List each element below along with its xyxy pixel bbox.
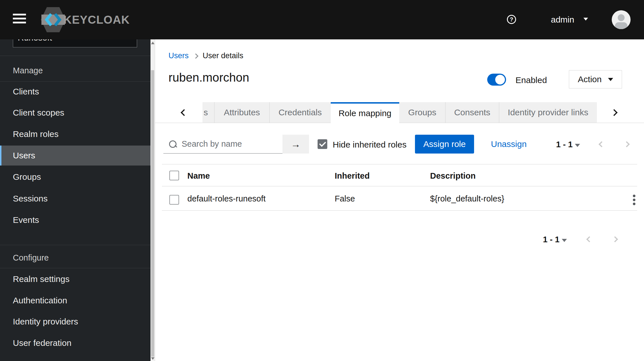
column-header-name: Name [187,171,210,181]
cell-inherited: False [335,194,355,203]
tabs: s Attributes Credentials Role mapping Gr… [202,102,597,123]
cell-description: ${role_default-roles} [430,194,504,203]
tab-consents[interactable]: Consents [445,102,499,123]
pagination-range-top[interactable]: 1 - 1 [556,140,573,149]
chevron-left-icon [180,109,187,116]
enabled-toggle[interactable] [487,74,506,86]
scrollbar-thumb[interactable] [151,70,154,357]
breadcrumb-chevron-icon [193,53,198,59]
scrollbar-down-arrow-icon[interactable] [151,357,155,360]
search-box [163,135,282,154]
enabled-label: Enabled [515,75,547,85]
tabs-scroll-left-button[interactable] [155,102,202,123]
row-kebab-menu-icon[interactable] [628,193,640,207]
sidebar-item-realm-settings[interactable]: Realm settings [0,269,151,289]
hide-inherited-label: Hide inherited roles [333,140,406,150]
action-caret-icon [608,78,613,81]
keycloak-logo: KEYCLOAK [41,7,130,33]
sidebar-item-sessions[interactable]: Sessions [0,189,151,209]
tab-groups[interactable]: Groups [399,102,445,123]
select-all-checkbox[interactable] [169,171,179,180]
sidebar-nav: Runesoft Manage Clients Client scopes Re… [0,39,151,361]
pagination-range-bottom[interactable]: 1 - 1 [543,235,559,244]
main-content: Users User details ruben.morchon Enabled… [155,39,644,361]
avatar[interactable] [612,10,631,29]
sidebar-item-events[interactable]: Events [0,210,151,230]
realm-selector[interactable]: Runesoft [13,39,137,47]
tab-role-mapping[interactable]: Role mapping [331,102,399,123]
keycloak-admin-console: KEYCLOAK ? admin Runesoft Manage Clients… [0,0,644,361]
sidebar-item-client-scopes[interactable]: Client scopes [0,103,151,123]
tab-details-partial[interactable]: s [202,102,214,123]
action-dropdown-button[interactable]: Action [569,70,622,88]
chevron-right-icon [611,109,617,116]
nav-separator [0,268,151,268]
sidebar-scrollbar[interactable] [151,39,155,361]
search-submit-button[interactable]: → [282,135,309,154]
search-icon [169,140,176,148]
sidebar-item-realm-roles[interactable]: Realm roles [0,124,151,144]
realm-name: Runesoft [18,39,52,42]
nav-separator [0,245,151,245]
pagination-prev-bottom[interactable] [586,236,592,242]
row-checkbox[interactable] [169,195,179,205]
hide-inherited-checkbox[interactable] [318,139,327,149]
assign-role-button[interactable]: Assign role [415,135,474,154]
tab-strip: s Attributes Credentials Role mapping Gr… [155,102,644,123]
breadcrumb-users-link[interactable]: Users [168,51,189,60]
tab-attributes[interactable]: Attributes [214,102,269,123]
table-top-border [162,164,637,164]
pagination-caret-icon[interactable] [575,144,580,147]
table-header-border [162,186,637,186]
sidebar-item-users[interactable]: Users [0,146,151,166]
user-menu-label[interactable]: admin [551,15,574,25]
breadcrumb-current: User details [203,51,244,60]
unassign-button[interactable]: Unassign [491,139,527,149]
help-icon[interactable]: ? [507,15,516,24]
pagination-caret-icon[interactable] [562,239,567,242]
nav-section-title-configure: Configure [13,253,49,262]
sidebar-item-authentication[interactable]: Authentication [0,291,151,310]
column-header-inherited: Inherited [335,171,370,181]
page-title: ruben.morchon [168,71,249,84]
tabs-scroll-right-button[interactable] [597,102,631,123]
masthead: KEYCLOAK ? admin [0,0,644,39]
sidebar-item-clients[interactable]: Clients [0,82,151,102]
toggle-knob [495,75,505,84]
avatar-person-icon [612,10,631,29]
search-input[interactable] [181,139,276,149]
user-menu-caret-icon[interactable] [583,18,588,21]
pagination-next-bottom[interactable] [612,236,618,242]
nav-section-title-manage: Manage [13,66,43,75]
breadcrumb: Users User details [168,51,243,60]
sidebar-item-groups[interactable]: Groups [0,167,151,187]
pagination-next-top[interactable] [624,141,630,147]
brand-name: KEYCLOAK [63,13,130,26]
tab-credentials[interactable]: Credentials [269,102,331,123]
tab-identity-provider-links[interactable]: Identity provider links [499,102,597,123]
pagination-prev-top[interactable] [599,141,605,147]
cell-role-name: default-roles-runesoft [187,194,266,203]
nav-separator [0,56,151,56]
sidebar-item-user-federation[interactable]: User federation [0,333,151,353]
scrollbar-up-arrow-icon[interactable] [151,42,155,44]
nav-toggle-hamburger-icon[interactable] [13,14,26,23]
search-control: → [163,135,309,154]
table-row-border [162,210,637,211]
column-header-description: Description [430,171,476,181]
keycloak-logo-icon [41,7,66,33]
sidebar-item-identity-providers[interactable]: Identity providers [0,312,151,332]
